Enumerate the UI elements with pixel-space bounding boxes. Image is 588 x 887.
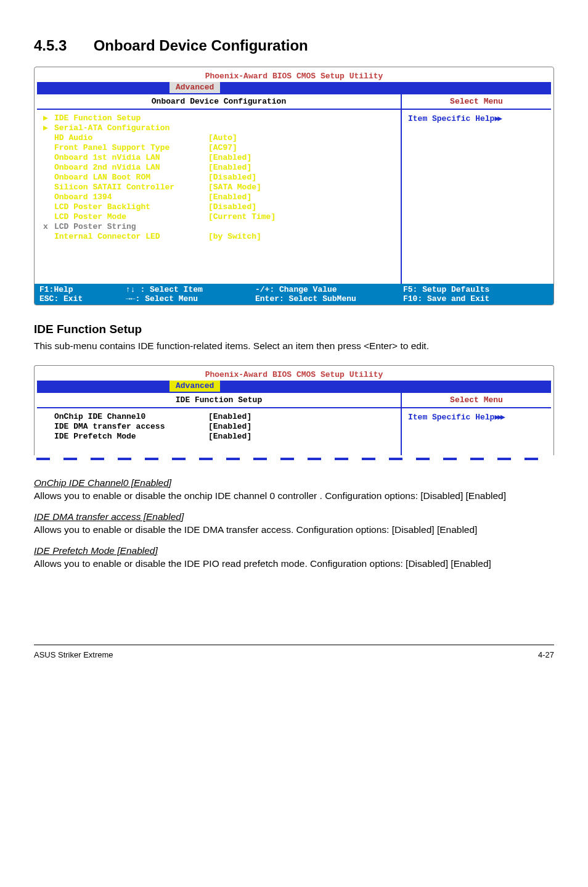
help-pane: Item Specific Help▶▶ [402, 109, 551, 134]
page-footer: ASUS Striker Extreme 4-27 [34, 645, 554, 659]
tab-advanced: Advanced [169, 82, 220, 93]
hint: Enter: Select SubMenu [255, 294, 403, 303]
bios-value: [AC97] [208, 143, 237, 153]
hint: F10: Save and Exit [403, 294, 489, 303]
bios-item: Internal Connector LED [54, 232, 208, 242]
bios-item: HD Audio [54, 133, 208, 143]
bios-screenshot-1: Phoenix-Award BIOS CMOS Setup Utility Ad… [34, 67, 554, 305]
item-title: OnChip IDE Channel0 [Enabled] [34, 477, 554, 489]
subheading-ide: IDE Function Setup [34, 323, 554, 336]
submenu-marker-icon [43, 202, 54, 212]
bios-value: [Enabled] [208, 422, 251, 432]
tab-bar: Advanced [37, 82, 551, 93]
hint: ESC: Exit [39, 294, 126, 303]
bios-item-disabled: LCD Poster String [54, 222, 208, 232]
bios-title: Phoenix-Award BIOS CMOS Setup Utility [37, 368, 551, 381]
arrow-right-icon: ▶▶▶ [494, 413, 503, 422]
item-body: Allows you to enable or disable the onch… [34, 490, 554, 503]
bios-value: [Disabled] [208, 202, 256, 212]
subheading-desc: This sub-menu contains IDE function-rela… [34, 340, 554, 353]
submenu-marker-icon [43, 153, 54, 163]
item-body: Allows you to enable or disable the IDE … [34, 524, 554, 537]
bios-item: IDE Function Setup [54, 113, 208, 123]
tab-bar: Advanced [37, 381, 551, 392]
bios-item: Onboard 1st nVidia LAN [54, 153, 208, 163]
tab-advanced: Advanced [169, 381, 220, 392]
help-text: Item Specific Help [408, 413, 494, 422]
bios-title: Phoenix-Award BIOS CMOS Setup Utility [37, 70, 551, 82]
bios-value: [Current Time] [208, 212, 276, 222]
left-pane-header: Onboard Device Configuration [37, 94, 401, 109]
bios-item-list: OnChip IDE Channel0[Enabled] IDE DMA tra… [37, 407, 401, 455]
submenu-marker-icon [43, 133, 54, 143]
hint: F1:Help [39, 285, 126, 294]
section-title: Onboard Device Configuration [94, 37, 308, 54]
bios-value: [Auto] [208, 133, 237, 143]
bios-item: LCD Poster Backlight [54, 202, 208, 212]
bios-item-list: ▶IDE Function Setup ▶Serial-ATA Configur… [37, 109, 401, 284]
bios-value: [Enabled] [208, 163, 251, 173]
bios-item: Silicon SATAII Controller [54, 183, 208, 192]
bios-item: OnChip IDE Channel0 [54, 412, 208, 422]
submenu-marker-icon [43, 192, 54, 202]
submenu-marker-icon: ▶ [43, 123, 54, 133]
submenu-marker-icon [43, 173, 54, 183]
bios-value: [SATA Mode] [208, 183, 261, 192]
section-heading: 4.5.3 Onboard Device Configuration [34, 37, 554, 54]
bios-value: [by Switch] [208, 232, 261, 242]
submenu-marker-icon: ▶ [43, 113, 54, 123]
hint: ↑↓ : Select Item [126, 285, 255, 294]
left-pane-header: IDE Function Setup [37, 393, 401, 407]
right-pane-header: Select Menu [402, 94, 551, 109]
bios-item: Front Panel Support Type [54, 143, 208, 153]
bios-value: [Disabled] [208, 173, 256, 183]
hint: -/+: Change Value [255, 285, 403, 294]
bios-item: Serial-ATA Configuration [54, 123, 208, 133]
bios-footer-hints: F1:Help ↑↓ : Select Item -/+: Change Val… [35, 284, 553, 305]
bios-item: LCD Poster Mode [54, 212, 208, 222]
bios-value: [Enabled] [208, 412, 251, 422]
bios-screenshot-2: Phoenix-Award BIOS CMOS Setup Utility Ad… [34, 365, 554, 455]
hint: F5: Setup Defaults [403, 285, 489, 294]
section-number: 4.5.3 [34, 37, 89, 54]
submenu-marker-icon [43, 163, 54, 173]
right-pane-header: Select Menu [402, 393, 551, 407]
bios-item: Onboard LAN Boot ROM [54, 173, 208, 183]
submenu-marker-icon [43, 183, 54, 192]
bios-item: IDE DMA transfer access [54, 422, 208, 432]
item-title: IDE Prefetch Mode [Enabled] [34, 545, 554, 556]
bios-value: [Enabled] [208, 153, 251, 163]
help-pane: Item Specific Help▶▶▶ [402, 407, 551, 433]
submenu-marker-icon [43, 212, 54, 222]
bios-item: Onboard 2nd nVidia LAN [54, 163, 208, 173]
item-body: Allows you to enable or disable the IDE … [34, 558, 554, 571]
bios-value: [Enabled] [208, 192, 251, 202]
bios-value: [Enabled] [208, 432, 251, 442]
hint: →←: Select Menu [126, 294, 255, 303]
submenu-marker-icon [43, 232, 54, 242]
disabled-marker: x [43, 222, 54, 232]
bios-item: Onboard 1394 [54, 192, 208, 202]
footer-left: ASUS Striker Extreme [34, 650, 113, 659]
item-title: IDE DMA transfer access [Enabled] [34, 511, 554, 522]
bios-item: IDE Prefetch Mode [54, 432, 208, 442]
arrow-right-icon: ▶▶ [494, 114, 500, 123]
help-text: Item Specific Help [408, 114, 494, 123]
submenu-marker-icon [43, 143, 54, 153]
footer-right: 4-27 [538, 650, 554, 659]
